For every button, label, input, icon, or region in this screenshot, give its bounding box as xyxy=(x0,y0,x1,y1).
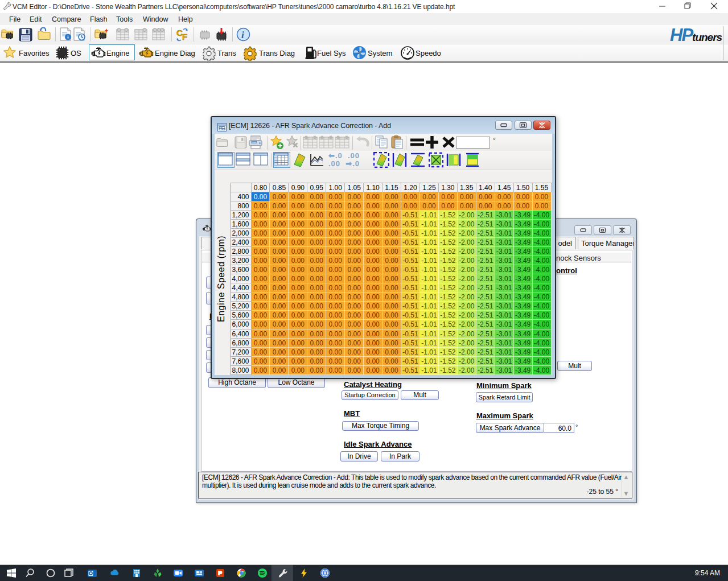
svg-text:i: i xyxy=(241,30,244,40)
svg-text:F: F xyxy=(182,32,187,42)
